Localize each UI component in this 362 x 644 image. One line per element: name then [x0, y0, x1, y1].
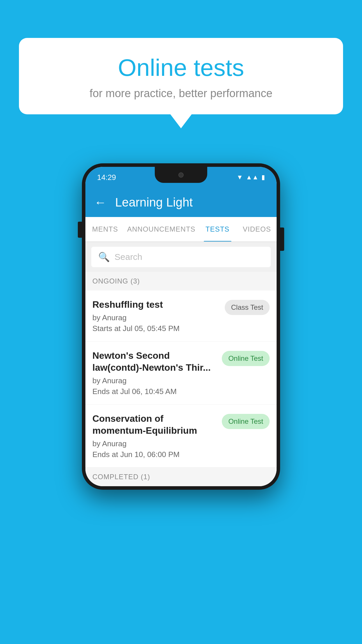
test-item[interactable]: Conservation of momentum-Equilibrium by …	[85, 405, 277, 468]
test-time: Ends at Jun 10, 06:00 PM	[92, 450, 217, 459]
test-tag-online: Online Test	[222, 351, 270, 366]
test-list: Reshuffling test by Anurag Starts at Jul…	[85, 290, 277, 468]
test-tag-class: Class Test	[225, 300, 270, 315]
tabs-bar: MENTS ANNOUNCEMENTS TESTS VIDEOS	[85, 217, 277, 242]
test-content: Conservation of momentum-Equilibrium by …	[92, 413, 217, 459]
test-title: Conservation of momentum-Equilibrium	[92, 413, 217, 437]
bubble-subtitle: for more practice, better performance	[36, 87, 326, 100]
test-item[interactable]: Reshuffling test by Anurag Starts at Jul…	[85, 290, 277, 342]
search-box[interactable]: 🔍 Search	[91, 247, 271, 267]
app-bar: ← Learning Light	[85, 188, 277, 217]
tab-videos[interactable]: VIDEOS	[237, 217, 277, 242]
test-title: Newton's Second law(contd)-Newton's Thir…	[92, 350, 217, 374]
signal-icon: ▲▲	[246, 174, 259, 181]
tab-tests[interactable]: TESTS	[198, 217, 237, 242]
status-icons: ▼ ▲▲ ▮	[237, 174, 265, 181]
back-button[interactable]: ←	[94, 195, 106, 209]
wifi-icon: ▼	[237, 174, 243, 181]
completed-section-header: COMPLETED (1)	[85, 468, 277, 486]
test-content: Newton's Second law(contd)-Newton's Thir…	[92, 350, 217, 396]
status-bar: 14:29 ▼ ▲▲ ▮	[85, 167, 277, 188]
ongoing-section-header: ONGOING (3)	[85, 272, 277, 290]
battery-icon: ▮	[261, 174, 265, 181]
app-title: Learning Light	[115, 195, 193, 209]
test-item[interactable]: Newton's Second law(contd)-Newton's Thir…	[85, 342, 277, 405]
notch	[155, 167, 207, 183]
test-tag-online: Online Test	[222, 414, 270, 429]
phone-inner: 14:29 ▼ ▲▲ ▮ ← Learning Light MENTS ANNO…	[85, 167, 277, 486]
test-content: Reshuffling test by Anurag Starts at Jul…	[92, 299, 220, 333]
status-time: 14:29	[97, 173, 116, 182]
phone-mockup: 14:29 ▼ ▲▲ ▮ ← Learning Light MENTS ANNO…	[82, 163, 280, 490]
test-title: Reshuffling test	[92, 299, 220, 311]
tab-announcements[interactable]: ANNOUNCEMENTS	[125, 217, 198, 242]
tab-ments[interactable]: MENTS	[85, 217, 125, 242]
search-container: 🔍 Search	[85, 242, 277, 272]
speech-bubble-container: Online tests for more practice, better p…	[19, 38, 343, 114]
bubble-title: Online tests	[36, 54, 326, 81]
test-time: Ends at Jul 06, 10:45 AM	[92, 387, 217, 396]
test-time: Starts at Jul 05, 05:45 PM	[92, 324, 220, 333]
phone-outer: 14:29 ▼ ▲▲ ▮ ← Learning Light MENTS ANNO…	[82, 163, 280, 490]
test-by: by Anurag	[92, 376, 217, 385]
camera-dot	[178, 172, 184, 178]
test-by: by Anurag	[92, 439, 217, 448]
test-by: by Anurag	[92, 313, 220, 322]
search-placeholder-text: Search	[115, 252, 142, 262]
speech-bubble: Online tests for more practice, better p…	[19, 38, 343, 114]
search-icon: 🔍	[98, 251, 110, 262]
